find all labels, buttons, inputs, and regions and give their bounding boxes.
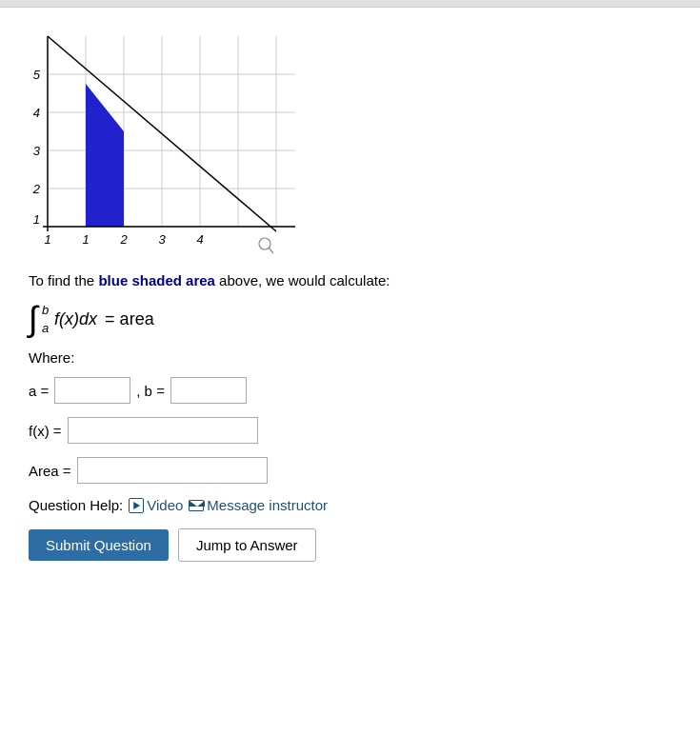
ab-field-row: a = , b =	[29, 377, 671, 404]
a-input[interactable]	[54, 377, 130, 404]
submit-question-button[interactable]: Submit Question	[29, 529, 169, 561]
svg-text:5: 5	[33, 68, 41, 82]
svg-text:1: 1	[33, 212, 40, 227]
top-bar	[0, 0, 700, 8]
svg-line-25	[269, 248, 273, 253]
jump-to-answer-button[interactable]: Jump to Answer	[178, 528, 316, 562]
button-row: Submit Question Jump to Answer	[29, 528, 671, 562]
video-link[interactable]: Video	[129, 497, 183, 513]
a-label: a =	[29, 383, 49, 399]
area-label: Area =	[29, 463, 71, 479]
area-field-row: Area =	[29, 457, 671, 484]
svg-text:4: 4	[196, 232, 203, 247]
svg-text:3: 3	[158, 232, 166, 247]
question-help-label: Question Help:	[29, 497, 123, 513]
svg-text:3: 3	[33, 144, 41, 158]
message-instructor-link[interactable]: Message instructor	[189, 497, 328, 513]
integral-lower: a	[42, 321, 49, 335]
fx-field-row: f(x) =	[29, 417, 671, 444]
message-instructor-label: Message instructor	[207, 497, 328, 513]
svg-text:2: 2	[32, 182, 41, 196]
main-content: 5 4 3 2 1 1 1 2 3 4 To find the blue sha…	[0, 8, 700, 590]
integral-formula: ∫ b a f(x)dx = area	[29, 302, 671, 336]
description-text: To find the blue shaded area above, we w…	[29, 272, 671, 288]
integral-expression: f(x)dx	[54, 309, 97, 329]
where-label: Where:	[29, 349, 671, 366]
video-label: Video	[147, 497, 183, 513]
svg-text:2: 2	[119, 232, 128, 247]
b-label: , b =	[136, 383, 165, 399]
area-input[interactable]	[77, 457, 268, 484]
b-input[interactable]	[170, 377, 247, 404]
blue-area	[86, 84, 124, 227]
integral-upper: b	[42, 303, 49, 317]
fx-label: f(x) =	[29, 423, 62, 439]
play-icon	[129, 498, 144, 513]
graph-svg: 5 4 3 2 1 1 1 2 3 4	[29, 27, 305, 255]
integral-sign: ∫	[29, 302, 38, 336]
integral-equals: = area	[105, 309, 154, 329]
svg-text:4: 4	[33, 106, 40, 120]
question-help-row: Question Help: Video Message instructor	[29, 497, 671, 513]
graph-container: 5 4 3 2 1 1 1 2 3 4	[29, 27, 305, 255]
highlight-text: blue shaded area	[98, 272, 215, 288]
mail-icon	[189, 500, 204, 511]
integral-limits: b a	[42, 303, 49, 335]
svg-text:1: 1	[82, 232, 89, 247]
svg-text:1: 1	[44, 232, 50, 247]
fx-input[interactable]	[68, 417, 258, 444]
